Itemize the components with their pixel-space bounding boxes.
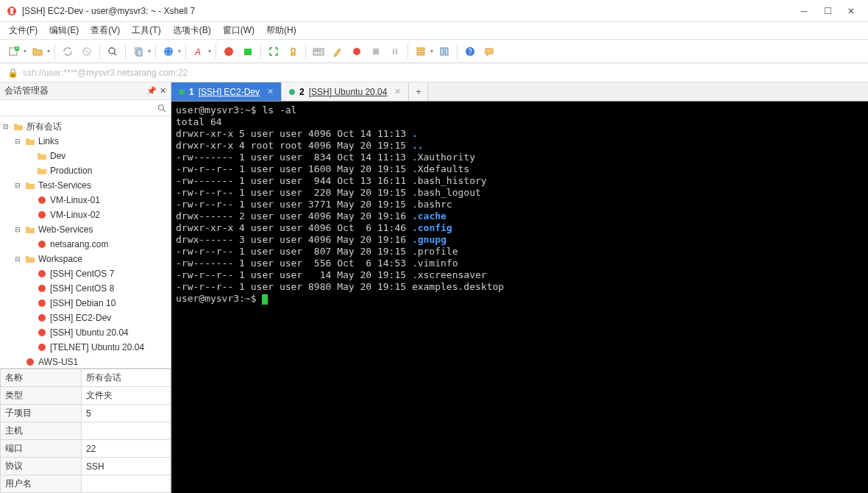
close-button[interactable]: ✕ [840, 4, 862, 18]
session-icon [36, 341, 48, 353]
menu-view[interactable]: 查看(V) [90, 24, 120, 37]
prop-subitems-label: 子项目 [1, 405, 82, 422]
svg-point-39 [38, 314, 46, 322]
tree-session-vm1[interactable]: VM-Linux-01 [0, 193, 171, 208]
folder-icon [24, 180, 36, 191]
help-button[interactable]: ? [462, 43, 478, 60]
font-button[interactable]: A [191, 43, 207, 60]
new-session-button[interactable]: + [6, 43, 22, 60]
svg-point-37 [38, 285, 46, 292]
record-button[interactable] [349, 43, 365, 60]
folder-icon [24, 224, 36, 235]
chat-button[interactable] [481, 43, 497, 60]
open-button[interactable] [29, 43, 46, 60]
dropdown-arrow-icon[interactable]: ▾ [24, 48, 26, 54]
panel-header: 会话管理器 📌 ✕ [0, 82, 171, 100]
collapse-icon[interactable]: ⊟ [1, 123, 10, 130]
search-icon[interactable] [157, 104, 166, 113]
prop-protocol-label: 协议 [1, 458, 82, 475]
svg-line-5 [85, 49, 89, 54]
svg-rect-16 [291, 52, 296, 56]
fullscreen-button[interactable] [266, 43, 282, 60]
collapse-icon[interactable]: ⊟ [13, 255, 22, 263]
svg-point-41 [38, 344, 46, 351]
tile-v-button[interactable] [436, 43, 452, 60]
search-button[interactable] [104, 43, 121, 60]
stop-button[interactable] [368, 43, 384, 60]
tree-folder-workspace[interactable]: ⊟ Workspace [0, 252, 171, 266]
tree-root[interactable]: ⊟ 所有会话 [0, 119, 171, 134]
tree-session-vm2[interactable]: VM-Linux-02 [0, 208, 171, 222]
session-icon [36, 327, 48, 338]
maximize-button[interactable]: ☐ [817, 4, 839, 18]
dropdown-arrow-icon[interactable]: ▾ [47, 48, 50, 54]
xshell-button[interactable] [221, 43, 237, 60]
tile-h-button[interactable] [413, 43, 429, 60]
folder-icon [36, 165, 48, 177]
highlight-button[interactable] [330, 43, 346, 60]
address-text: ssh://user:****@mysvr3.netsarang.com:22 [23, 68, 188, 78]
svg-point-35 [38, 241, 46, 248]
tree-session-ubuntu-telnet[interactable]: [TELNET] Ubuntu 20.04 [0, 340, 171, 355]
tab-close-icon[interactable]: ✕ [267, 87, 274, 96]
svg-rect-23 [393, 49, 394, 54]
tree-session-centos7[interactable]: [SSH] CentOS 7 [0, 266, 171, 281]
collapse-icon[interactable]: ⊟ [13, 182, 22, 189]
svg-rect-26 [417, 52, 424, 55]
menu-window[interactable]: 窗口(W) [223, 24, 255, 37]
tree-folder-links[interactable]: ⊟ Links [0, 134, 171, 149]
menu-tools[interactable]: 工具(T) [132, 24, 160, 37]
tree-session-aws[interactable]: AWS-US1 [0, 355, 171, 368]
tree-session-netsarang[interactable]: netsarang.com [0, 237, 171, 252]
keyboard-button[interactable] [310, 43, 327, 60]
prop-user-label: 用户名 [1, 475, 82, 493]
panel-close-button[interactable]: ✕ [160, 86, 166, 96]
pause-button[interactable] [387, 43, 403, 60]
menu-tab[interactable]: 选项卡(B) [173, 24, 211, 37]
tree-folder-production[interactable]: Production [0, 163, 171, 178]
prop-host-label: 主机 [1, 422, 82, 440]
tab-ec2-dev[interactable]: 1 [SSH] EC2-Dev ✕ [171, 82, 282, 101]
add-tab-button[interactable]: + [409, 82, 428, 101]
disconnect-button[interactable] [79, 43, 95, 60]
menubar: 文件(F) 编辑(E) 查看(V) 工具(T) 选项卡(B) 窗口(W) 帮助(… [0, 22, 868, 40]
svg-point-10 [164, 47, 173, 56]
pin-icon[interactable]: 📌 [146, 86, 157, 96]
dropdown-arrow-icon[interactable]: ▾ [178, 48, 181, 54]
tree-session-debian[interactable]: [SSH] Debian 10 [0, 296, 171, 311]
terminal[interactable]: user@mysvr3:~$ ls -al total 64 drwxr-xr-… [171, 102, 868, 493]
addressbar[interactable]: 🔒 ssh://user:****@mysvr3.netsarang.com:2… [0, 63, 868, 82]
terminal-area: 1 [SSH] EC2-Dev ✕ 2 [SSH] Ubuntu 20.04 ✕… [171, 82, 868, 493]
dropdown-arrow-icon[interactable]: ▾ [430, 48, 433, 54]
tree-session-ubuntu-ssh[interactable]: [SSH] Ubuntu 20.04 [0, 325, 171, 340]
prop-subitems-value: 5 [82, 405, 171, 422]
tab-bar: 1 [SSH] EC2-Dev ✕ 2 [SSH] Ubuntu 20.04 ✕… [171, 82, 868, 102]
lock-button[interactable] [285, 43, 301, 60]
window-title: [SSH] EC2-Dev - user@mysvr3: ~ - Xshell … [22, 6, 195, 16]
prop-name-value: 所有会话 [82, 369, 171, 387]
tree-session-ec2dev[interactable]: [SSH] EC2-Dev [0, 311, 171, 325]
menu-help[interactable]: 帮助(H) [266, 24, 296, 37]
xftp-button[interactable] [240, 43, 256, 60]
globe-button[interactable] [160, 43, 177, 60]
dropdown-arrow-icon[interactable]: ▾ [148, 48, 151, 54]
svg-point-38 [38, 299, 46, 307]
search-row [0, 100, 171, 116]
svg-line-7 [114, 53, 116, 55]
tree-folder-web-services[interactable]: ⊟ Web-Services [0, 222, 171, 237]
tab-close-icon[interactable]: ✕ [394, 87, 401, 96]
tree-session-centos8[interactable]: [SSH] CentOS 8 [0, 281, 171, 296]
lock-icon: 🔒 [7, 68, 18, 78]
tab-ubuntu[interactable]: 2 [SSH] Ubuntu 20.04 ✕ [282, 82, 409, 101]
dropdown-arrow-icon[interactable]: ▾ [208, 48, 211, 54]
reconnect-button[interactable] [60, 43, 76, 60]
svg-rect-22 [373, 49, 379, 54]
collapse-icon[interactable]: ⊟ [13, 138, 22, 145]
collapse-icon[interactable]: ⊟ [13, 226, 22, 233]
tree-folder-dev[interactable]: Dev [0, 149, 171, 163]
copy-button[interactable] [130, 43, 146, 60]
menu-edit[interactable]: 编辑(E) [49, 24, 79, 37]
minimize-button[interactable]: ─ [793, 4, 815, 18]
tree-folder-test-services[interactable]: ⊟ Test-Services [0, 178, 171, 193]
menu-file[interactable]: 文件(F) [9, 24, 38, 37]
